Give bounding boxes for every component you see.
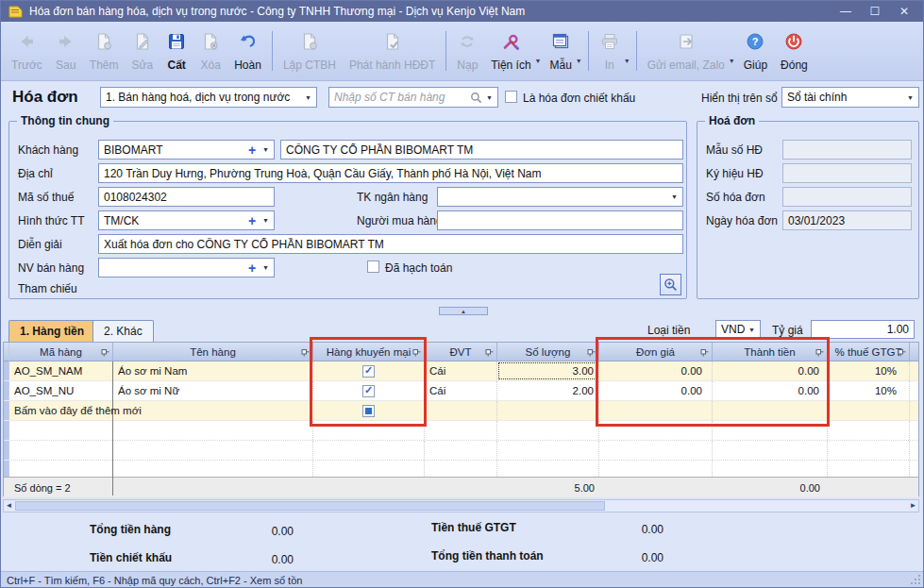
chevron-down-icon[interactable]: ▼ [907, 94, 914, 101]
column-header-ma-hang[interactable]: Mã hàng [9, 343, 113, 361]
column-header-thanh-tien[interactable]: Thành tiền [713, 343, 828, 361]
toolbar-button-in[interactable]: In [593, 25, 627, 76]
toolbar-button-xoa[interactable]: Xóa [193, 25, 227, 76]
search-input[interactable]: Nhập số CT bán hàng ▼ [328, 87, 498, 108]
chevron-down-icon[interactable]: ▼ [748, 327, 755, 333]
promo-checkbox-indeterminate[interactable] [362, 405, 375, 417]
toolbar-button-lap-ctbh[interactable]: Lập CTBH [277, 25, 343, 76]
display-on-book-combo[interactable]: Sổ tài chính ▼ [781, 87, 919, 108]
cell-ten-hang[interactable]: Áo sơ mi Nữ [113, 381, 313, 400]
chevron-down-icon[interactable]: ▼ [262, 217, 269, 224]
cell-so-luong[interactable]: 2.00 [497, 381, 599, 400]
address-field[interactable]: 120 Trần Duy Hưng, Phường Trung Hoà, Quậ… [98, 163, 683, 183]
pin-icon[interactable] [815, 347, 824, 359]
add-icon[interactable]: + [248, 143, 256, 157]
cell-hang-khuyen-mai[interactable] [313, 401, 425, 420]
cell-empty [313, 461, 425, 477]
cell-thue-gtgt[interactable]: 10% [828, 381, 910, 400]
cell-don-gia[interactable]: 0.00 [599, 361, 713, 380]
chevron-down-icon[interactable]: ▼ [262, 264, 269, 271]
chevron-down-icon[interactable]: ▼ [262, 146, 269, 153]
close-button[interactable]: ✕ [893, 5, 916, 18]
column-header-thue-gtgt[interactable]: % thuế GTGT [828, 343, 910, 361]
pin-icon[interactable] [700, 347, 709, 359]
chevron-down-icon[interactable]: ▼ [305, 94, 311, 101]
maximize-button[interactable]: ☐ [864, 5, 886, 18]
cell-ten-hang[interactable]: Áo sơ mi Nam [113, 361, 313, 380]
toolbar-separator [636, 31, 637, 71]
tab-hang-tien[interactable]: 1. Hàng tiền [8, 320, 95, 342]
toolbar-button-cat[interactable]: Cất [160, 25, 193, 76]
toolbar-button-tien-ich[interactable]: Tiện ích [484, 25, 537, 76]
payment-method-combo[interactable]: TM/CK + ▼ [98, 210, 275, 230]
exchange-rate-field[interactable]: 1.00 [811, 320, 915, 339]
cell-don-gia[interactable]: 0.00 [599, 381, 713, 400]
description-field[interactable]: Xuất hóa đơn cho CÔNG TY CỔ PHẦN BIBOMAR… [98, 234, 683, 254]
invoice-type-combo[interactable]: 1. Bán hàng hoá, dịch vụ trong nước ▼ [100, 87, 317, 108]
scroll-right-arrow-icon[interactable]: ► [908, 500, 918, 512]
tab-khac[interactable]: 2. Khác [92, 320, 154, 342]
scroll-left-arrow-icon[interactable]: ◄ [4, 500, 14, 512]
chevron-down-icon[interactable]: ▼ [535, 39, 542, 64]
minimize-button[interactable]: — [834, 5, 857, 18]
toolbar-button-them[interactable]: Thêm [83, 25, 126, 76]
currency-combo[interactable]: VND ▼ [715, 320, 761, 339]
toolbar-button-mau[interactable]: Mẫu [544, 25, 579, 76]
chevron-down-icon[interactable]: ▼ [624, 39, 630, 64]
cell-ma-hang[interactable]: AO_SM_NU [9, 381, 113, 400]
column-header-hang-khuyen-mai[interactable]: Hàng khuyến mại [313, 343, 425, 361]
salesperson-combo[interactable]: + ▼ [98, 258, 275, 277]
pin-icon[interactable] [587, 347, 596, 359]
column-header-so-luong[interactable]: Số lượng [497, 343, 599, 361]
tax-code-field[interactable]: 0108024302 [98, 187, 275, 207]
posted-checkbox[interactable] [367, 260, 379, 273]
chevron-down-icon[interactable]: ▼ [729, 39, 735, 64]
bank-account-combo[interactable]: ▼ [437, 187, 683, 207]
toolbar-button-giup[interactable]: ? Giúp [737, 25, 774, 76]
promo-checkbox[interactable] [362, 365, 375, 378]
add-row-label[interactable]: Bấm vào đây để thêm mới [9, 401, 313, 420]
toolbar-button-phat-hanh-hddt[interactable]: Phát hành HĐĐT [343, 25, 442, 76]
add-icon[interactable]: + [248, 261, 256, 275]
cell-thanh-tien[interactable]: 0.00 [713, 361, 828, 380]
chevron-down-icon[interactable]: ▼ [671, 193, 678, 200]
cell-dvt[interactable]: Cái [425, 361, 497, 380]
cell-dvt[interactable]: Cái [425, 381, 497, 400]
reference-zoom-button[interactable] [660, 274, 681, 295]
cell-thue-gtgt[interactable]: 10% [828, 361, 910, 380]
chevron-down-icon[interactable]: ▼ [576, 39, 582, 64]
pin-icon[interactable] [898, 347, 906, 359]
pin-icon[interactable] [301, 347, 310, 359]
cell-hang-khuyen-mai[interactable] [313, 381, 425, 400]
customer-name-field[interactable]: CÔNG TY CỔ PHẦN BIBOMART TM [280, 140, 683, 160]
buyer-field[interactable] [437, 210, 683, 230]
horizontal-scrollbar[interactable]: ◄ ► [3, 499, 919, 512]
discount-invoice-checkbox[interactable] [505, 91, 517, 103]
column-header-dvt[interactable]: ĐVT [425, 343, 497, 361]
promo-checkbox[interactable] [362, 385, 375, 397]
toolbar-button-gui-email-zalo[interactable]: Gửi email, Zalo [641, 25, 731, 76]
resize-grip[interactable] [911, 574, 921, 586]
cell-thanh-tien[interactable]: 0.00 [713, 381, 828, 400]
pin-icon[interactable] [485, 347, 494, 359]
toolbar-button-sua[interactable]: Sửa [125, 25, 160, 76]
column-header-don-gia[interactable]: Đơn giá [599, 343, 713, 361]
toolbar-button-sau[interactable]: Sau [49, 25, 83, 76]
toolbar-button-nap[interactable]: Nạp [450, 25, 484, 76]
column-header-ten-hang[interactable]: Tên hàng [113, 343, 313, 361]
grid-add-row[interactable]: Bấm vào đây để thêm mới [4, 401, 918, 421]
customer-code-combo[interactable]: BIBOMART + ▼ [98, 140, 275, 160]
toolbar-button-hoan[interactable]: Hoàn [227, 25, 268, 76]
pin-icon[interactable] [101, 347, 109, 359]
cell-hang-khuyen-mai[interactable] [313, 361, 425, 380]
toolbar-button-truoc[interactable]: Trước [5, 25, 49, 76]
add-icon[interactable]: + [248, 214, 256, 227]
cell-empty [599, 461, 713, 477]
scrollbar-thumb[interactable] [15, 501, 605, 511]
cell-ma-hang[interactable]: AO_SM_NAM [9, 361, 113, 380]
chevron-down-icon[interactable]: ▼ [486, 94, 493, 101]
cell-so-luong[interactable]: 3.00 [497, 361, 599, 380]
collapse-splitter-button[interactable]: ▲ [439, 307, 488, 315]
pin-icon[interactable] [412, 347, 421, 359]
toolbar-button-dong[interactable]: Đóng [774, 25, 815, 76]
